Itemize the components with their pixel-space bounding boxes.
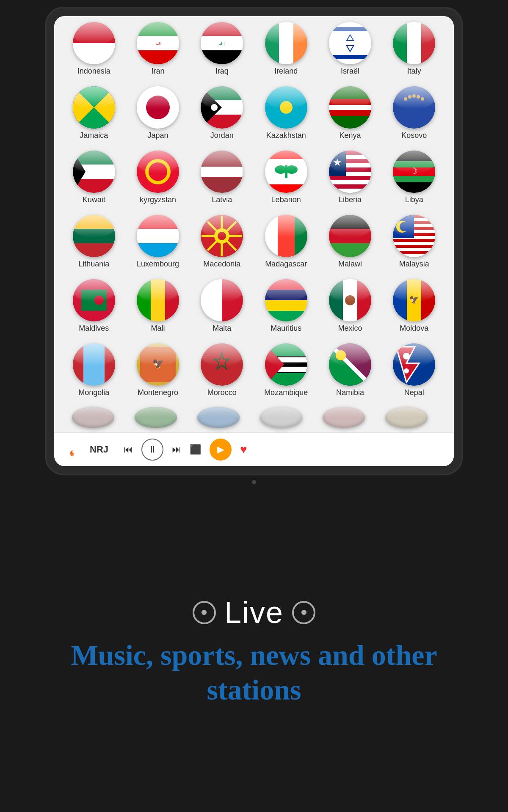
country-name: Kosovo xyxy=(401,131,427,140)
flag-circle xyxy=(201,215,243,257)
country-item[interactable]: Luxembourg xyxy=(127,212,189,275)
svg-point-234 xyxy=(404,368,409,373)
country-item[interactable]: Morocco xyxy=(191,341,253,403)
country-item[interactable]: kyrgyzstan xyxy=(127,148,189,211)
station-name: NRJ xyxy=(90,444,108,455)
partial-country-item[interactable] xyxy=(251,407,312,431)
country-item[interactable]: Italy xyxy=(383,19,445,82)
flag-circle xyxy=(73,279,115,321)
station-logo xyxy=(63,438,86,461)
country-name: Libya xyxy=(405,195,423,204)
svg-rect-159 xyxy=(393,251,435,254)
country-item[interactable]: Mali xyxy=(127,277,189,339)
flag-circle: الله xyxy=(201,22,243,64)
country-item[interactable]: Ireland xyxy=(255,19,317,82)
prev-button[interactable]: ⏮ xyxy=(124,444,133,455)
country-name: Japan xyxy=(147,131,168,140)
country-item[interactable]: Madagascar xyxy=(255,212,317,275)
play-button[interactable]: ▶ xyxy=(217,444,224,455)
next-button[interactable]: ⏭ xyxy=(172,444,181,455)
country-item[interactable]: ☽Libya xyxy=(383,148,445,211)
country-name: Malawi xyxy=(338,260,362,269)
country-item[interactable]: Latvia xyxy=(191,148,253,211)
svg-rect-236 xyxy=(63,438,86,461)
partial-country-item[interactable] xyxy=(125,407,186,431)
country-name: Luxembourg xyxy=(137,260,179,269)
svg-rect-160 xyxy=(393,254,435,257)
svg-rect-102 xyxy=(329,189,371,193)
pause-button-circle[interactable]: ⏸ xyxy=(141,439,163,461)
country-item[interactable]: Lithuania xyxy=(63,212,125,275)
bottom-section: Live Music, sports, news and other stati… xyxy=(0,491,508,812)
country-item[interactable]: Mexico xyxy=(319,277,381,339)
country-item[interactable]: Jordan xyxy=(191,84,253,146)
flag-circle xyxy=(73,151,115,193)
country-item[interactable]: Macedonia xyxy=(191,212,253,275)
flag-circle xyxy=(73,86,115,129)
country-item[interactable]: اللهIran xyxy=(127,19,189,82)
flag-circle xyxy=(73,343,115,386)
radio-icon-right xyxy=(292,601,315,624)
country-name: Jordan xyxy=(210,131,234,140)
partial-country-item[interactable] xyxy=(313,407,374,431)
flag-circle xyxy=(265,151,307,193)
country-item[interactable]: Lebanon xyxy=(255,148,317,211)
country-item[interactable]: Malawi xyxy=(319,212,381,275)
flag-circle xyxy=(201,343,243,386)
country-name: Nepal xyxy=(404,388,424,397)
flag-circle xyxy=(265,343,307,386)
country-item[interactable]: Mauritius xyxy=(255,277,317,339)
partial-country-item[interactable] xyxy=(376,407,437,431)
country-item[interactable]: Kenya xyxy=(319,84,381,146)
country-item[interactable]: 🦅Moldova xyxy=(383,277,445,339)
country-item[interactable]: Kosovo xyxy=(383,84,445,146)
country-name: Iran xyxy=(151,67,164,76)
country-name: Namibia xyxy=(336,388,364,397)
country-name: Kenya xyxy=(339,131,361,140)
country-item[interactable]: 🦅Montenegro xyxy=(127,341,189,403)
country-item[interactable]: Mongolia xyxy=(63,341,125,403)
flag-circle xyxy=(137,86,179,129)
flag-circle xyxy=(265,279,307,321)
flag-circle xyxy=(393,215,435,257)
country-item[interactable]: Malaysia xyxy=(383,212,445,275)
play-button-circle[interactable]: ▶ xyxy=(210,439,232,461)
country-item[interactable]: Mozambique xyxy=(255,341,317,403)
country-item[interactable]: Kuwait xyxy=(63,148,125,211)
flag-circle xyxy=(265,22,307,64)
country-item[interactable]: Indonesia xyxy=(63,19,125,82)
partial-country-item[interactable] xyxy=(188,407,249,431)
country-name: Mozambique xyxy=(264,388,308,397)
country-item[interactable]: اللهIraq xyxy=(191,19,253,82)
country-item[interactable]: Jamaica xyxy=(63,84,125,146)
country-item[interactable]: ★Liberia xyxy=(319,148,381,211)
flag-circle xyxy=(393,86,435,129)
svg-rect-99 xyxy=(329,176,371,180)
country-name: Mali xyxy=(151,324,165,333)
home-dot xyxy=(252,480,256,484)
flag-circle xyxy=(393,22,435,64)
flag-circle xyxy=(393,343,435,386)
country-name: Israël xyxy=(341,67,359,76)
country-grid: IndonesiaاللهIranاللهIraqIrelandIsraëlIt… xyxy=(54,16,454,407)
svg-rect-184 xyxy=(265,311,307,321)
country-item[interactable]: Kazakhstan xyxy=(255,84,317,146)
country-item[interactable]: Maldives xyxy=(63,277,125,339)
svg-rect-2 xyxy=(73,43,115,64)
home-indicator-area xyxy=(0,474,508,491)
svg-rect-7 xyxy=(137,50,179,64)
flag-circle xyxy=(265,86,307,129)
favorite-button[interactable]: ♥ xyxy=(240,443,247,456)
country-item[interactable]: Nepal xyxy=(383,341,445,403)
country-name: Montenegro xyxy=(138,388,178,397)
station-logo-container: NRJ xyxy=(63,438,108,461)
partial-country-item[interactable] xyxy=(63,407,124,431)
cast-button[interactable]: ⬛ xyxy=(190,444,201,455)
country-item[interactable]: Namibia xyxy=(319,341,381,403)
partial-flag-circle xyxy=(385,407,428,428)
country-item[interactable]: Malta xyxy=(191,277,253,339)
country-item[interactable]: Israël xyxy=(319,19,381,82)
pause-button[interactable]: ⏸ xyxy=(148,444,157,455)
country-name: Madagascar xyxy=(265,260,307,269)
country-item[interactable]: Japan xyxy=(127,84,189,146)
